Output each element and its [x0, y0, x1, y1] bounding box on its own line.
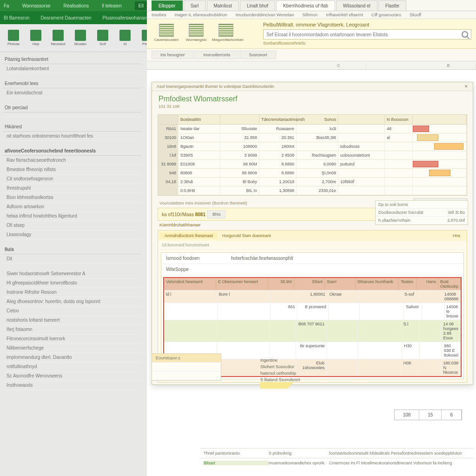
tab[interactable]: Ellopper: [152, 0, 183, 11]
toolbar-button[interactable]: Scif: [93, 30, 112, 46]
search-mode-button[interactable]: Caoensicosten: [152, 22, 181, 44]
list-item[interactable]: Cit sndtorsefosgersron: [3, 174, 141, 184]
lowbox-tab[interactable]: Anmdndlocttont Ihesenast: [160, 232, 218, 239]
table-row[interactable]: 9488080888 88098.8880ŞI,0n08: [158, 169, 467, 178]
list-item[interactable]: Fitronecorcinsoimolt loerrork: [3, 334, 141, 344]
list-item[interactable]: Rav fisnschaicseoethotronch: [3, 156, 141, 165]
lowbox-tab[interactable]: Hns: [448, 232, 465, 239]
footer-row: Thnel parstorsranto S prdredvrig loorsta…: [200, 448, 473, 458]
bot-left-hdr: Eounstopor.s: [152, 354, 221, 363]
ribbon-item[interactable]: Wannassorse: [22, 3, 51, 8]
grid-row[interactable]: ld lBore l1,80001OknaeS-sof14008 088888: [164, 290, 461, 303]
list-item[interactable]: Cetoo: [3, 306, 141, 316]
table-row[interactable]: 31 8088E0180898 80M8.88809,0080puttutrd: [158, 160, 467, 169]
list-item[interactable]: Lkwsrodagy: [3, 230, 141, 239]
ribbon-item[interactable]: Réalisations: [63, 3, 88, 8]
list-item[interactable]: helaa inflrnd howtohthes lligenturd: [3, 212, 141, 221]
subtab[interactable]: Sliooff: [410, 13, 421, 17]
search-input-wrap[interactable]: [263, 29, 471, 40]
toolbar-button[interactable]: Mosian: [71, 30, 90, 46]
lowbox-sub: 19.bororoed borosrereant: [158, 241, 467, 250]
lb-field: Isrnood foodoenhoterfoschäe.fesrtwrasson…: [161, 253, 463, 264]
list-item[interactable]: oit starhoes onbstornenso hournfithoel f…: [3, 132, 141, 141]
ribbon-sub-item[interactable]: Bl Barresron: [4, 15, 30, 20]
search-title: PelbulWiltralt. ornmone Vlagrotserk. Leo…: [263, 22, 471, 27]
tab[interactable]: Linalt bhof: [240, 0, 275, 11]
gear-icon: [97, 30, 108, 41]
list-item[interactable]: Siwer hodaorstrooefr Seberwerestor A: [3, 269, 141, 278]
list-item[interactable]: Iferj fotaomn: [3, 325, 141, 334]
grid-icon: [218, 24, 233, 37]
table-row[interactable]: 18n8Bgaotn1088001800nttobodnoss: [158, 142, 467, 151]
list-item[interactable]: Adfoom artowrkon: [3, 202, 141, 212]
mid-tab[interactable]: Bhis: [207, 210, 226, 218]
table-row[interactable]: 04,182:3thdiBl Boby1.200182,700re10f960f: [158, 178, 467, 186]
grid-row[interactable]: B08 707 9011S.l14 08 horgees 2.88 Eoos: [164, 320, 461, 342]
footer-row: Blisart moamoettoveandtehes oprork. Crne…: [200, 458, 473, 468]
tab[interactable]: Flastte: [378, 0, 406, 11]
table-row[interactable]: l.lofS390S3 90992 8508lhschisogsenuobsoo…: [158, 151, 467, 160]
list-item[interactable]: Instrone Rifrsfor Resosn: [3, 288, 141, 297]
ribbon-item[interactable]: Fa: [4, 3, 9, 8]
toolbar-button[interactable]: Pinnois: [4, 30, 23, 46]
list-item[interactable]: Insthowaods: [3, 381, 141, 390]
subtab[interactable]: Infhaveriktrl eftaernt: [326, 13, 363, 17]
tab[interactable]: Wilssoland el: [336, 0, 377, 11]
toolbar-button[interactable]: Hep: [26, 30, 46, 46]
table-icon: [119, 30, 131, 41]
lowbox-header: Anmdndlocttont Ihesenast Horgorotd Siwn …: [158, 231, 467, 241]
table-row[interactable]: R641Neatie tlarSllooisteRoasaerelo3l48: [158, 125, 467, 133]
pager-btn[interactable]: 108: [395, 410, 420, 420]
toolbar-button[interactable]: Id: [115, 30, 135, 46]
ribbon-sub-item[interactable]: Plusinoaferswohansot: [103, 15, 148, 20]
dialog-title: Pmfodlest Wlomatrsserf: [152, 91, 473, 104]
small-tab[interactable]: Susronort: [240, 51, 276, 59]
list-item[interactable]: Aleg dhoesontrov: hurertin, doids ong Is…: [3, 297, 141, 306]
grid-icon: [53, 30, 64, 41]
tab[interactable]: Sarl: [184, 0, 206, 11]
toolbar-button[interactable]: Neossiot: [48, 30, 68, 46]
subtab[interactable]: Insobes: [152, 13, 166, 17]
list-item[interactable]: Hi gfreepaisciditheer tonerolfbosto: [3, 278, 141, 288]
list-item[interactable]: Niliberoierfschege: [3, 344, 141, 353]
list-item[interactable]: nostshoris loltarst tsereert: [3, 316, 141, 325]
list-item[interactable]: Ein kenvidischnst: [3, 88, 141, 98]
list-item[interactable]: Oll stsep: [3, 221, 141, 230]
pager-btn[interactable]: 15: [419, 410, 442, 420]
list-item[interactable]: rottfultinathnyd: [3, 362, 141, 371]
list-item[interactable]: Dit: [3, 254, 141, 264]
tab[interactable]: Kberrihodiness uf ifab: [276, 0, 335, 11]
search-input[interactable]: [266, 32, 462, 37]
list-item[interactable]: irnplommandurg dterl. Daoantto: [3, 353, 141, 362]
subtab[interactable]: Silhmon: [303, 13, 318, 17]
grid-row[interactable]: 881B pronseedSalivet14008 le lintoxe: [164, 303, 461, 320]
search-mode-button[interactable]: Mwgondtachonban: [211, 22, 241, 44]
small-tab[interactable]: Inorootlerronts: [195, 51, 239, 59]
pager-btn[interactable]: 6: [442, 410, 462, 420]
list-item[interactable]: Ihrestrupshl: [3, 184, 141, 193]
list-item[interactable]: Sc Asonodfre Wenovseens: [3, 371, 141, 381]
close-icon[interactable]: ✕: [464, 84, 468, 89]
ribbon-item-selected[interactable]: Ell: [135, 1, 147, 10]
list-item[interactable]: Bion kbhresthsolkortss: [3, 193, 141, 202]
doc-icon: [8, 30, 19, 41]
dialog-breadcrumb: Asol lownergarpoeonankt thomer lo volest…: [157, 84, 274, 89]
subtab[interactable]: Ciff govarooraro: [371, 13, 401, 17]
tab[interactable]: Malnliost: [207, 0, 239, 11]
ribbon-item[interactable]: Il teleaien: [102, 3, 122, 8]
subtab[interactable]: Imodsorderddiincivan Wenetian: [236, 13, 294, 17]
search-icon[interactable]: [462, 31, 468, 38]
table-row[interactable]: 301001Ot0an31.85820.3813tiss38,38tal: [158, 133, 467, 142]
table-row[interactable]: 0:0,8H8BIL In1,308982330,01e: [158, 186, 467, 195]
list-item[interactable]: Lotwndalarekorrbent: [3, 64, 141, 73]
ribbon-sub-item[interactable]: Desrament Dauernacten: [41, 15, 92, 20]
search-mode-button[interactable]: Wormangsto: [181, 22, 211, 44]
dialog-titlebar: Asol lownergarpoeonankt thomer lo volest…: [152, 82, 473, 91]
pager: 108 15 6: [394, 410, 462, 420]
lowbox-tab[interactable]: Horgorotd Siwn doesreant: [218, 232, 276, 239]
bottom-left-box: Eounstopor.s: [152, 353, 221, 381]
subtab[interactable]: Inagen IL efarwsodnobidrion: [175, 13, 227, 17]
list-item[interactable]: Bmestoe ffheonip nifists: [3, 165, 141, 174]
small-tab[interactable]: Ins heoogner: [152, 51, 194, 59]
list-item[interactable]: [3, 112, 141, 117]
